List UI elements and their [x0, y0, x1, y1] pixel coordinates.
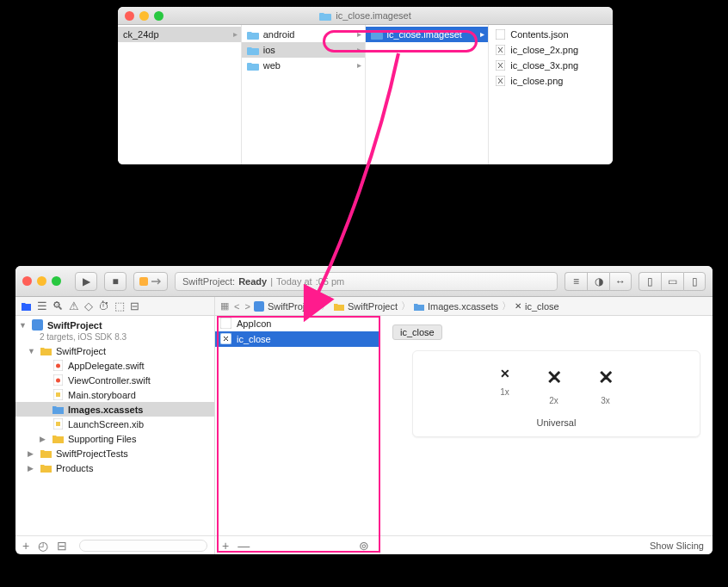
project-tree[interactable]: ▼ SwiftProject 2 targets, iOS SDK 8.3 ▼ …: [15, 316, 214, 535]
outline-ic-close[interactable]: ic_close: [215, 331, 379, 347]
svg-point-10: [56, 379, 60, 383]
filter-recent-button[interactable]: ◴: [38, 539, 48, 553]
scheme-selector[interactable]: [133, 272, 168, 291]
disclosure-triangle[interactable]: ▶: [28, 464, 36, 473]
file-row-ic-close-3x[interactable]: ic_close_3x.png: [489, 58, 613, 73]
editor-mode-segmented[interactable]: ≡ ◑ ↔: [565, 272, 632, 291]
folder-row-imageset[interactable]: ic_close.imageset ▸: [366, 27, 489, 42]
issue-navigator-tab[interactable]: ⚠: [69, 300, 79, 312]
add-asset-button[interactable]: +: [222, 539, 229, 553]
finder-title-text: ic_close.imageset: [336, 10, 410, 21]
stop-button[interactable]: ■: [104, 272, 126, 291]
find-navigator-tab[interactable]: 🔍︎: [52, 300, 64, 312]
panel-toggle-segmented[interactable]: ▯ ▭ ▯: [639, 272, 706, 291]
disclosure-triangle[interactable]: ▶: [40, 435, 48, 443]
folder-icon: [40, 346, 52, 355]
report-navigator-tab[interactable]: ⊟: [130, 300, 139, 312]
file-row-ic-close-2x[interactable]: ic_close_2x.png: [489, 42, 613, 58]
project-icon: [254, 301, 264, 312]
idiom-label: Universal: [418, 417, 694, 428]
file-row-ic-close[interactable]: ic_close.png: [489, 73, 613, 89]
activity-viewer: SwiftProject: Ready | Today at :05 pm: [175, 272, 558, 291]
jump-grid-icon[interactable]: ▦: [220, 300, 229, 312]
folder-row-ios[interactable]: ios ▸: [242, 42, 365, 58]
xcode-window: ▶ ■ SwiftProject: Ready | Today at :05 p…: [15, 266, 713, 554]
finder-title: ic_close.imageset: [118, 10, 613, 21]
breakpoint-navigator-tab[interactable]: ⬚: [114, 300, 125, 312]
tree-group-supporting-files[interactable]: ▶ Supporting Files: [15, 431, 214, 446]
tree-project-root[interactable]: ▼ SwiftProject: [15, 318, 214, 332]
breadcrumb-group[interactable]: SwiftProject: [348, 301, 398, 312]
zoom-window-button[interactable]: [52, 276, 61, 286]
tree-file-mainstoryboard[interactable]: Main.storyboard: [15, 387, 214, 402]
tree-group-swiftproject[interactable]: ▼ SwiftProject: [15, 343, 214, 358]
toggle-debug-area-button[interactable]: ▭: [661, 272, 683, 291]
minimize-window-button[interactable]: [37, 276, 46, 286]
folder-row-web[interactable]: web ▸: [242, 58, 365, 73]
run-button[interactable]: ▶: [75, 272, 97, 291]
svg-rect-14: [56, 422, 60, 426]
show-slicing-button[interactable]: Show Slicing: [650, 541, 704, 551]
close-icon: ✕: [546, 367, 562, 389]
folder-icon: [40, 448, 52, 458]
version-editor-button[interactable]: ↔: [609, 272, 632, 291]
close-window-button[interactable]: [125, 11, 134, 21]
project-icon: [31, 319, 44, 331]
close-window-button[interactable]: [22, 276, 32, 286]
file-row-contents-json[interactable]: Contents.json: [489, 27, 613, 42]
folder-row-24dp[interactable]: ck_24dp ▸: [118, 27, 241, 42]
outline-appicon[interactable]: AppIcon: [215, 316, 379, 331]
svg-rect-0: [496, 29, 505, 40]
project-navigator-tab[interactable]: [21, 300, 32, 312]
jump-back-button[interactable]: <: [234, 301, 239, 312]
outline-footer: + — ⊚: [215, 535, 379, 554]
breadcrumb-project[interactable]: SwiftProject: [268, 301, 318, 312]
jump-forward-button[interactable]: >: [244, 301, 250, 312]
tree-group-tests[interactable]: ▶ SwiftProjectTests: [15, 446, 214, 460]
chevron-right-icon: ▸: [480, 29, 484, 39]
toggle-inspector-button[interactable]: ▯: [683, 272, 706, 291]
asset-detail: ic_close ✕ 1x ✕ 2x ✕ 3x: [380, 316, 713, 554]
debug-navigator-tab[interactable]: ⏱: [98, 300, 109, 312]
filter-field[interactable]: [79, 540, 207, 552]
folder-row-android[interactable]: android ▸: [242, 27, 365, 42]
symbol-navigator-tab[interactable]: ☰: [37, 300, 47, 312]
tree-file-images-xcassets[interactable]: Images.xcassets: [15, 402, 214, 417]
svg-rect-15: [220, 318, 231, 329]
image-well-2x[interactable]: ✕ 2x: [546, 367, 562, 405]
disclosure-triangle[interactable]: ▼: [28, 347, 36, 355]
jump-bar[interactable]: ▦ < > SwiftProject 〉 SwiftProject 〉 Imag…: [215, 297, 713, 315]
tree-file-appdelegate[interactable]: AppDelegate.swift: [15, 358, 214, 373]
disclosure-triangle[interactable]: ▶: [28, 449, 36, 458]
xcode-toolbar: ▶ ■ SwiftProject: Ready | Today at :05 p…: [15, 266, 713, 297]
image-well-3x[interactable]: ✕ 3x: [598, 367, 614, 405]
finder-window: ic_close.imageset ck_24dp ▸ android ▸ io…: [118, 7, 613, 164]
tree-file-launchscreen[interactable]: LaunchScreen.xib: [15, 417, 214, 431]
minimize-window-button[interactable]: [139, 11, 149, 21]
image-file-icon: [494, 76, 506, 86]
add-button[interactable]: +: [22, 539, 29, 553]
appicon-icon: [220, 318, 231, 331]
imageset-name-chip[interactable]: ic_close: [392, 324, 442, 340]
asset-outline: AppIcon ic_close + — ⊚: [215, 316, 380, 554]
tree-file-viewcontroller[interactable]: ViewController.swift: [15, 373, 214, 387]
svg-rect-5: [254, 301, 264, 312]
test-navigator-tab[interactable]: ◇: [84, 300, 93, 312]
standard-editor-button[interactable]: ≡: [565, 272, 587, 291]
imageset-icon: [220, 333, 231, 346]
breadcrumb-imageset[interactable]: ic_close: [525, 301, 559, 312]
remove-asset-button[interactable]: —: [238, 539, 250, 553]
toggle-navigator-button[interactable]: ▯: [639, 272, 661, 291]
tree-group-products[interactable]: ▶ Products: [15, 460, 214, 475]
filter-scm-button[interactable]: ⊟: [57, 539, 67, 553]
filter-field[interactable]: ⊚: [359, 539, 373, 553]
breadcrumb-assets[interactable]: Images.xcassets: [428, 301, 498, 312]
chevron-right-icon: ▸: [233, 29, 238, 39]
assistant-editor-button[interactable]: ◑: [587, 272, 609, 291]
image-well-1x[interactable]: ✕ 1x: [500, 367, 510, 405]
finder-columns: ck_24dp ▸ android ▸ ios ▸: [118, 25, 613, 164]
folder-icon: [334, 302, 344, 311]
disclosure-triangle[interactable]: ▼: [19, 321, 28, 330]
finder-column-1: ck_24dp ▸: [118, 25, 242, 164]
zoom-window-button[interactable]: [154, 11, 163, 21]
